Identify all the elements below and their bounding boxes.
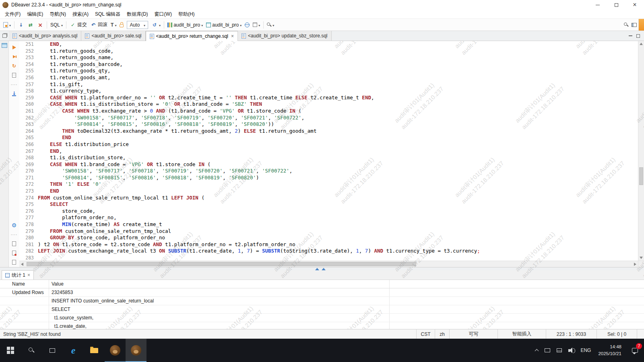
language-indicator[interactable]: ENG bbox=[577, 339, 594, 362]
taskbar-clock[interactable]: 14:48 2025/10/21 bbox=[594, 339, 625, 362]
touch-keyboard-button[interactable] bbox=[553, 339, 565, 362]
abort-button[interactable] bbox=[35, 20, 45, 30]
editor-tab[interactable]: <audit_bi_pro> update_sbz_store.sql bbox=[238, 31, 331, 41]
code-line[interactable]: 276 store_code, bbox=[19, 208, 638, 215]
horizontal-scrollbar[interactable] bbox=[19, 261, 638, 267]
code-line[interactable]: 257 t1.is_gift, bbox=[19, 81, 638, 88]
execute-statement-icon[interactable] bbox=[11, 44, 17, 51]
volume-button[interactable] bbox=[565, 339, 577, 362]
vertical-scrollbar[interactable] bbox=[638, 41, 644, 267]
editor-tab[interactable]: <audit_bi_pro> sale.sql bbox=[81, 31, 145, 41]
stats-row[interactable]: SELECT bbox=[0, 305, 644, 314]
export-data-icon[interactable] bbox=[11, 90, 17, 97]
editor-tab[interactable]: <audit_bi_pro> analysis.sql bbox=[9, 31, 81, 41]
sql-editor-strip-icon[interactable] bbox=[2, 43, 7, 48]
hidden-icons-button[interactable] bbox=[532, 339, 541, 362]
find-dropdown[interactable] bbox=[265, 20, 276, 30]
status-cell[interactable]: CST bbox=[416, 329, 435, 339]
code-line[interactable]: 279 FROM custom_online_sale_return_tmp_l… bbox=[19, 228, 638, 235]
sql-editor[interactable]: 251 END,252 t1.return_goods_code,253 t1.… bbox=[19, 41, 638, 261]
script-icon[interactable] bbox=[11, 241, 17, 247]
transaction-lock-button[interactable] bbox=[118, 20, 125, 30]
vscroll-thumb[interactable] bbox=[639, 167, 643, 185]
stats-row[interactable]: INSERT INTO custom_online_sale_return_lo… bbox=[0, 297, 644, 305]
stats-row[interactable]: t1.create_date, bbox=[0, 322, 644, 329]
maximize-editor-icon[interactable] bbox=[636, 34, 640, 38]
code-line[interactable]: 280 GROUP BY store_code, platform_order_… bbox=[19, 234, 638, 241]
script-copy-icon[interactable] bbox=[11, 259, 17, 265]
code-line[interactable]: 265 END bbox=[19, 134, 638, 141]
dbeaver-taskbar-button-active[interactable] bbox=[126, 339, 147, 362]
code-line[interactable]: 261 CASE WHEN t3.exchange_rate > 0 AND (… bbox=[19, 108, 638, 115]
code-line[interactable]: 269 CASE WHEN t1.brand_code = 'VPG' OR t… bbox=[19, 161, 638, 168]
close-tab-icon[interactable] bbox=[230, 33, 234, 39]
panel-divider[interactable] bbox=[0, 267, 644, 270]
menu-item[interactable]: 导航(N) bbox=[46, 10, 69, 19]
fetch-data-button[interactable] bbox=[16, 20, 26, 30]
transfer-data-button[interactable] bbox=[26, 20, 35, 30]
scroll-down-icon[interactable] bbox=[638, 255, 644, 261]
menu-item[interactable]: 窗口(W) bbox=[151, 10, 175, 19]
new-sql-editor-button[interactable] bbox=[2, 20, 12, 30]
minimize-button[interactable] bbox=[588, 0, 607, 10]
file-explorer-button[interactable] bbox=[84, 339, 105, 362]
script-save-icon[interactable] bbox=[11, 250, 17, 256]
result-mode-button[interactable] bbox=[251, 20, 262, 30]
taskbar-search-button[interactable] bbox=[21, 339, 42, 362]
menu-item[interactable]: 帮助(H) bbox=[175, 10, 198, 19]
code-line[interactable]: 252 t1.return_goods_code, bbox=[19, 48, 638, 55]
code-line[interactable]: 275 SELECT bbox=[19, 201, 638, 208]
menu-item[interactable]: 文件(F) bbox=[2, 10, 24, 19]
code-line[interactable]: 282LEFT JOIN custom_exchange_rate_local … bbox=[19, 248, 638, 255]
action-center-button[interactable]: 7 bbox=[625, 339, 644, 362]
edge-button[interactable] bbox=[63, 339, 84, 362]
editor-tab[interactable]: <audit_bi_pro> return_change.sql bbox=[146, 31, 238, 41]
code-line[interactable]: 264 THEN toDecimal32(t3.exchange_rate * … bbox=[19, 128, 638, 135]
maximize-button[interactable] bbox=[607, 0, 625, 10]
connection-selector[interactable]: audit_bi_pro bbox=[166, 20, 204, 30]
column-header-value[interactable]: Value bbox=[49, 280, 390, 288]
code-line[interactable]: 263 'SF00814', 'SF00815', 'SF00816', 'SF… bbox=[19, 121, 638, 128]
status-cell[interactable]: Sel: 0 | 0 bbox=[597, 329, 637, 339]
menu-item[interactable]: 数据库(D) bbox=[124, 10, 151, 19]
hscroll-thumb[interactable] bbox=[27, 262, 416, 266]
explain-plan-icon[interactable] bbox=[11, 72, 17, 78]
menu-item[interactable]: 搜索(A) bbox=[69, 10, 92, 19]
navigator-button[interactable] bbox=[243, 20, 251, 30]
code-line[interactable]: 270 'SW00158', 'SF00717', 'SF00718', 'SF… bbox=[19, 168, 638, 175]
transaction-log-button[interactable] bbox=[150, 20, 162, 30]
code-line[interactable]: 277 platform_order_no, bbox=[19, 214, 638, 221]
rail-overflow-icon[interactable] bbox=[11, 231, 17, 238]
code-line[interactable]: 271 'SF00814', 'SF00815', 'SF00816', 'SF… bbox=[19, 175, 638, 181]
code-line[interactable]: 256 t1.return_goods_amt, bbox=[19, 74, 638, 81]
scroll-left-icon[interactable] bbox=[21, 263, 23, 266]
code-line[interactable]: 268 t1.is_distribution_store, bbox=[19, 154, 638, 161]
minimize-editor-icon[interactable] bbox=[629, 35, 632, 36]
commit-button[interactable]: 提交 bbox=[68, 20, 89, 30]
stats-row[interactable]: t1.source_system, bbox=[0, 314, 644, 322]
code-line[interactable]: 259 CASE WHEN t1.platform_order_no = '' … bbox=[19, 95, 638, 101]
restore-panel-icon[interactable] bbox=[322, 268, 326, 270]
execute-script-icon[interactable] bbox=[11, 53, 17, 60]
task-view-button[interactable] bbox=[42, 339, 63, 362]
perspective-layout-button[interactable] bbox=[630, 20, 638, 30]
code-line[interactable]: 283 bbox=[19, 255, 638, 261]
start-button[interactable] bbox=[0, 339, 21, 362]
rollback-button[interactable]: 回滚 bbox=[89, 20, 109, 30]
code-line[interactable]: 258 t1.currency_type, bbox=[19, 88, 638, 95]
code-line[interactable]: 253 t1.return_goods_name, bbox=[19, 54, 638, 61]
execute-new-tab-icon[interactable] bbox=[11, 63, 17, 69]
menu-item[interactable]: 编辑(E) bbox=[24, 10, 46, 19]
sql-dropdown[interactable]: SQL bbox=[49, 20, 64, 30]
status-cell[interactable]: zh bbox=[435, 329, 449, 339]
close-statistics-tab-icon[interactable] bbox=[27, 272, 30, 278]
status-cell[interactable]: 智能插入 bbox=[497, 329, 546, 339]
code-line[interactable]: 267 END, bbox=[19, 148, 638, 155]
rail-overflow-icon[interactable] bbox=[11, 81, 17, 88]
menu-item[interactable]: SQL 编辑器 bbox=[92, 10, 124, 19]
code-line[interactable]: 251 END, bbox=[19, 41, 638, 48]
database-selector[interactable]: audit_bi_pro bbox=[204, 20, 243, 30]
close-button[interactable] bbox=[625, 0, 644, 10]
restore-panel-icon[interactable] bbox=[315, 268, 319, 270]
code-line[interactable]: 266 ELSE t1.distribution_price bbox=[19, 141, 638, 148]
